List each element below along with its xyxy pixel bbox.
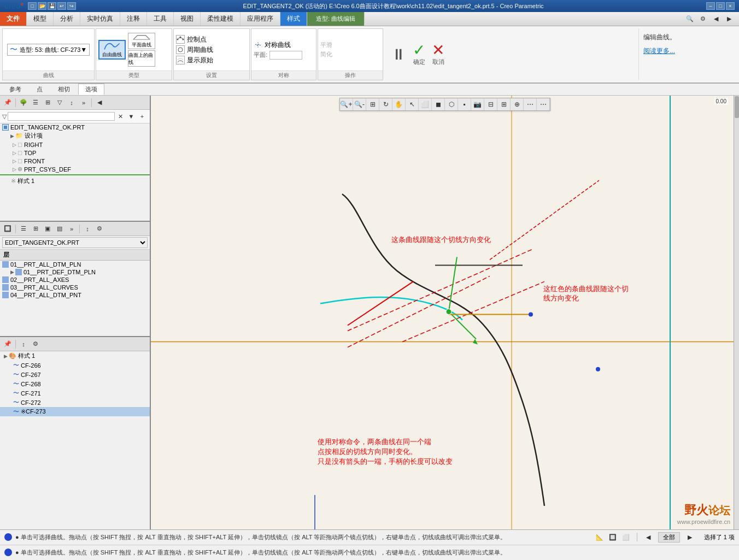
free-curve-btn[interactable]: 自由曲线 (98, 40, 126, 60)
curve-item-cf267[interactable]: 〜 CF-267 (0, 370, 150, 379)
curve-dropdown-arrow[interactable]: ▼ (80, 46, 87, 54)
vp-zoom-in[interactable]: 🔍+ (340, 98, 353, 110)
minimize-button[interactable]: – (706, 2, 715, 10)
menu-tools[interactable]: 工具 (147, 12, 174, 26)
menu-simulation[interactable]: 实时仿真 (80, 12, 120, 26)
tree-root-item[interactable]: EDIT_TANGENT2_OK.PRT (0, 123, 150, 131)
menu-model[interactable]: 模型 (27, 12, 54, 26)
layer-btn-5[interactable]: ▤ (54, 223, 65, 234)
menu-analysis[interactable]: 分析 (54, 12, 80, 26)
vp-perspective[interactable]: 📷 (471, 98, 484, 110)
toolbar-btn-redo[interactable]: ↪ (67, 2, 76, 10)
nav-right[interactable]: ▶ (724, 14, 735, 25)
vp-axes[interactable]: ⊕ (511, 98, 524, 110)
curve-item-cf268[interactable]: 〜 CF-268 (0, 379, 150, 388)
menu-view[interactable]: 视图 (174, 12, 201, 26)
layer-item-4[interactable]: 03__PRT_ALL_CURVES (0, 284, 150, 291)
vp-select[interactable]: ↖ (406, 98, 419, 110)
layer-item-1[interactable]: 01__PRT_ALL_DTM_PLN (0, 261, 150, 268)
status-nav-left[interactable]: ◀ (643, 532, 654, 543)
vp-grid[interactable]: ⊞ (497, 98, 511, 110)
tree-item-design[interactable]: ▶ 📁 设计项 (0, 131, 150, 140)
plane-curve-btn[interactable]: 平面曲线 (128, 33, 155, 49)
close-button[interactable]: × (726, 2, 735, 10)
tree-search-input[interactable] (8, 112, 115, 121)
viewport[interactable]: 🔍+ 🔍- ⊞ ↻ ✋ ↖ ⬜ ◼ ⬡ ▪ 📷 ⊟ ⊞ ⊕ ⋯ ⋯ (151, 96, 739, 529)
curve-dropdown[interactable]: 〜 造型: 53: 曲线: CF-273 ▼ (7, 44, 90, 56)
status-btn-1[interactable]: 📐 (594, 532, 605, 543)
expand-top[interactable]: ▷ (11, 150, 17, 156)
sidebar-btn-list[interactable]: ☰ (30, 97, 41, 108)
periodic-btn[interactable]: 周期曲线 (176, 45, 213, 55)
expand-design[interactable]: ▶ (9, 133, 15, 139)
add-btn[interactable]: + (137, 111, 148, 122)
tree-item-style[interactable]: ※ 样式 1 (0, 176, 150, 186)
vp-hidden[interactable]: ▪ (458, 98, 471, 110)
vp-rotate[interactable]: ↻ (379, 98, 392, 110)
sidebar-btn-sort[interactable]: ↕ (66, 97, 77, 108)
curve-item-cf273[interactable]: 〜 ※CF-273 (0, 407, 150, 416)
toolbar-btn-open[interactable]: 📂 (38, 2, 46, 10)
settings-btn[interactable]: ⚙ (697, 14, 708, 25)
menu-file[interactable]: 文件 (0, 12, 27, 26)
tree-item-front[interactable]: ▷ ◻ FRONT (0, 157, 150, 165)
style-btn-1[interactable]: 📌 (2, 339, 13, 350)
sidebar-btn-pin[interactable]: 📌 (2, 97, 13, 108)
layer-item-5[interactable]: 04__PRT_ALL_DTM_PNT (0, 291, 150, 299)
expand-style-root[interactable]: ▶ (2, 353, 9, 359)
search-btn[interactable]: 🔍 (684, 14, 695, 25)
style-root-item[interactable]: ▶ 🎨 样式 1 (0, 351, 150, 361)
tree-item-right[interactable]: ▷ ◻ RIGHT (0, 140, 150, 149)
pause-button[interactable]: ⏸ (391, 47, 406, 62)
toolbar-btn-undo[interactable]: ↩ (57, 2, 66, 10)
sidebar-btn-collapse[interactable]: ◀ (94, 97, 105, 108)
sidebar-btn-grid[interactable]: ⊞ (42, 97, 53, 108)
subtab-tangent[interactable]: 相切 (51, 84, 77, 95)
select-all-badge[interactable]: 全部 (658, 532, 680, 543)
sidebar-btn-more[interactable]: » (78, 97, 89, 108)
curve-item-cf266[interactable]: 〜 CF-266 (0, 361, 150, 370)
layer-btn-settings[interactable]: ⚙ (94, 223, 105, 234)
layer-item-2[interactable]: ▶ 01__PRT_DEF_DTM_PLN (0, 268, 150, 276)
maximize-button[interactable]: □ (716, 2, 725, 10)
menu-style[interactable]: 样式 (280, 12, 307, 26)
status-btn-3[interactable]: ⬜ (620, 532, 631, 543)
expand-right[interactable]: ▷ (11, 142, 17, 148)
expand-csys[interactable]: ▷ (11, 167, 17, 172)
layer-btn-2[interactable]: ☰ (18, 223, 29, 234)
subtab-points[interactable]: 点 (30, 84, 50, 95)
cancel-button[interactable]: ✕ (432, 43, 444, 58)
style-settings-btn[interactable]: ⚙ (30, 339, 41, 350)
vp-more-1[interactable]: ⋯ (524, 98, 537, 110)
subtab-options[interactable]: 选项 (78, 84, 104, 95)
tree-item-top[interactable]: ▷ ◻ TOP (0, 149, 150, 157)
scrollbar-right[interactable] (734, 96, 739, 529)
vp-more-2[interactable]: ⋯ (537, 98, 550, 110)
curve-item-cf272[interactable]: 〜 CF-272 (0, 398, 150, 407)
layer-btn-1[interactable]: 🔲 (2, 223, 13, 234)
vp-wireframe[interactable]: ⬡ (445, 98, 458, 110)
layer-model-select[interactable]: EDIT_TANGENT2_OK.PRT (2, 237, 148, 248)
vp-shaded[interactable]: ◼ (432, 98, 445, 110)
menu-flexible[interactable]: 柔性建模 (201, 12, 241, 26)
expand-layer-2[interactable]: ▶ (9, 269, 15, 275)
layer-btn-more[interactable]: » (66, 223, 77, 234)
menu-annotation[interactable]: 注释 (120, 12, 147, 26)
vp-box[interactable]: ⬜ (419, 98, 432, 110)
layer-btn-4[interactable]: ▣ (42, 223, 53, 234)
scroll-thumb[interactable] (735, 96, 739, 118)
expand-front[interactable]: ▷ (11, 158, 17, 164)
surface-curve-btn[interactable]: 曲面上的曲线 (128, 50, 155, 67)
confirm-button[interactable]: ✓ (413, 43, 425, 58)
vp-plane[interactable]: ⊟ (484, 98, 497, 110)
status-btn-2[interactable]: 🔲 (607, 532, 618, 543)
curve-item-cf271[interactable]: 〜 CF-271 (0, 388, 150, 398)
vp-zoom-out[interactable]: 🔍- (353, 98, 366, 110)
layer-item-3[interactable]: 02__PRT_ALL_AXES (0, 276, 150, 284)
search-dropdown[interactable]: ▼ (126, 111, 137, 122)
nav-left[interactable]: ◀ (711, 14, 722, 25)
symmetric-btn[interactable]: 对称曲线 (254, 40, 291, 50)
sidebar-btn-tree[interactable]: 🌳 (18, 97, 29, 108)
layer-btn-3[interactable]: ⊞ (30, 223, 41, 234)
status-nav-right[interactable]: ▶ (684, 532, 695, 543)
